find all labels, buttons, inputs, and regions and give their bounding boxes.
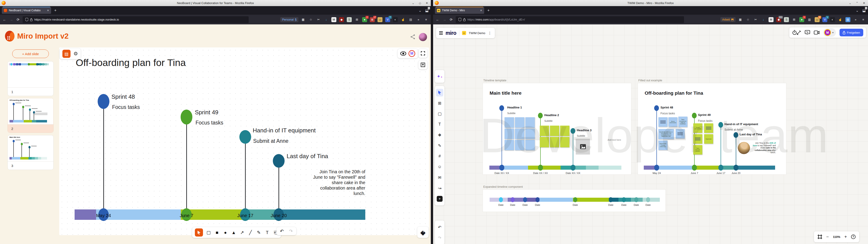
timeline-bar-dot[interactable] — [538, 165, 543, 171]
milestone-title[interactable]: Sprint 48 — [660, 106, 673, 109]
undo-button[interactable]: ↶ — [279, 228, 285, 234]
tab-overflow-chevron-icon[interactable]: ⌄ — [856, 8, 859, 13]
headline-2[interactable]: Headline 2 — [544, 114, 559, 117]
sticky-note[interactable] — [550, 126, 559, 136]
notes-page-icon[interactable]: ▤ — [408, 17, 413, 22]
timeline-bar-dot[interactable] — [654, 165, 659, 171]
frame-label[interactable]: Timeline template — [483, 79, 506, 82]
comment-tool[interactable]: ✉ — [436, 172, 444, 183]
sticky-note[interactable] — [525, 117, 535, 128]
zoom-in-button[interactable]: + — [844, 234, 847, 240]
timeline-date-label[interactable]: Date — [522, 204, 528, 206]
tab-overflow-chevron-icon[interactable]: ⌄ — [418, 8, 421, 13]
fit-to-frame-icon[interactable] — [817, 235, 822, 239]
extensions-grid-icon[interactable]: ▦ — [301, 17, 306, 22]
rect-tool[interactable]: ■ — [214, 230, 220, 235]
add-slide-button[interactable]: + Add slide — [12, 50, 49, 58]
notes-page-icon[interactable]: ▤ — [845, 17, 850, 22]
milestone-dot-lastday[interactable] — [273, 154, 285, 167]
share-icon[interactable] — [410, 34, 416, 40]
timeline-date-label[interactable]: Date — [645, 204, 651, 206]
url-bar[interactable]: https://matrix-neoboard-standalone.neoto… — [23, 16, 249, 23]
minimize-button[interactable]: ⌄ — [849, 1, 851, 5]
template-dot-2[interactable] — [538, 113, 543, 118]
timeline-date-label[interactable]: Date XX / XX — [495, 172, 509, 175]
toolbar-overflow-icon[interactable]: » — [853, 17, 858, 22]
sticky-note[interactable] — [676, 129, 685, 139]
sticky-note[interactable] — [540, 126, 549, 136]
tab-neoboard[interactable]: NeoBoard | Visual Collabo ✕ — [2, 7, 51, 14]
shapes-tool[interactable]: ❖ — [436, 130, 444, 140]
thumb-up-icon[interactable]: ☝ — [401, 17, 405, 22]
miro-logo[interactable]: miro — [445, 30, 456, 36]
board-name[interactable]: TWIM Demo — [469, 31, 485, 35]
zoom-level[interactable]: 110% — [833, 235, 840, 239]
milestone-dot-sprint49[interactable] — [181, 110, 192, 124]
timeline-date-label[interactable]: May 24 — [653, 172, 661, 175]
eye-icon[interactable] — [400, 52, 406, 56]
share-button[interactable]: Freigeben — [839, 29, 864, 36]
milestone-title[interactable]: Sprint 48 — [112, 93, 135, 100]
monica-m-icon[interactable]: M — [769, 17, 774, 22]
timeline-date-label[interactable]: Date XX / XX — [533, 172, 548, 175]
sticky-note[interactable]: Support PO in sprint refinement — [658, 141, 668, 150]
sticky-note-tool[interactable]: ▢ — [436, 109, 444, 119]
timeline-date-label[interactable]: June 20 — [732, 172, 740, 175]
slide-thumbnail-3[interactable]: Main title here 3 — [7, 135, 54, 170]
text-tool[interactable]: T — [436, 119, 444, 130]
frame-timeline-template[interactable]: Timeline template Main title here Headli… — [483, 83, 631, 175]
timeline-bar-dot[interactable] — [718, 165, 723, 171]
window-titlebar[interactable]: NeoBoard | Visual Collaboration for Team… — [0, 0, 431, 6]
timeline-bar-dot[interactable] — [634, 197, 638, 202]
tracking-shield-icon[interactable] — [458, 18, 461, 21]
ai-assist-icon[interactable]: ✦✦ — [436, 72, 444, 81]
stickers-tool[interactable]: ☺ — [436, 161, 444, 172]
tab-miro[interactable]: m TWIM Demo - Miro ✕ — [435, 7, 484, 14]
help-button[interactable]: ◆? — [417, 226, 429, 238]
tabby-cat-icon[interactable]: ω — [377, 17, 382, 22]
frame-filled-example[interactable]: Filled out example Off-boarding plan for… — [638, 83, 786, 175]
new-tab-button[interactable]: + — [487, 8, 490, 13]
timeline-date-label[interactable]: May 24 — [96, 213, 111, 218]
slide-thumbnail-1[interactable]: 1 — [7, 61, 54, 96]
dark-reader-icon[interactable]: ◐ — [830, 17, 835, 22]
timeline-bar-dot[interactable] — [692, 165, 697, 171]
milestone-dot-sprint48[interactable] — [98, 94, 110, 109]
presence-avatar[interactable]: M — [408, 50, 415, 57]
tab-close-icon[interactable]: ✕ — [480, 9, 482, 12]
add-more-tool[interactable]: + — [436, 193, 444, 204]
window-titlebar[interactable]: TWIM Demo - Miro - Mozilla Firefox ⌄ ⌃ ✕ — [433, 0, 868, 6]
fullscreen-button[interactable] — [418, 49, 428, 58]
tab-close-icon[interactable]: ✕ — [47, 9, 49, 12]
timeline-date-label[interactable]: June 7 — [690, 172, 698, 175]
timeline-bar-dot[interactable] — [573, 197, 577, 202]
sticky-note[interactable] — [504, 128, 514, 139]
export-button[interactable] — [418, 60, 428, 69]
minimize-button[interactable]: ⌄ — [412, 1, 414, 5]
milestone-title[interactable]: Hand-in of IT equipment — [253, 127, 315, 134]
addon-grid-plus-icon[interactable]: ⊞ — [354, 17, 360, 22]
timeline-date-label[interactable]: June 7 — [180, 213, 193, 218]
milestone-subtitle[interactable]: Focus tasks — [112, 104, 140, 110]
trash-icon[interactable]: ▥ — [807, 17, 812, 22]
thumb-up-icon[interactable]: ☝ — [838, 17, 843, 22]
timeline-date-label[interactable]: June 20 — [271, 213, 287, 218]
milestone-title[interactable]: Sprint 49 — [698, 113, 711, 117]
board-menu-kebab-icon[interactable]: ⋮ — [488, 31, 492, 35]
pen-tool[interactable]: ✎ — [256, 230, 261, 235]
maximize-button[interactable]: ◇ — [419, 1, 421, 5]
screenshot-scissors-icon[interactable]: ✂ — [316, 17, 321, 22]
slide-thumbnail-2[interactable]: Off-boarding plan for Tina 2 — [7, 98, 54, 133]
subtitle-2[interactable]: Subtitle — [544, 120, 553, 122]
line-tool[interactable]: ╱ — [248, 230, 253, 235]
farewell-note[interactable]: Join Tina on the 20th of June to say "Fa… — [752, 142, 776, 154]
timeline-bar-dot[interactable] — [622, 197, 626, 202]
timeline-bar-dot[interactable] — [609, 197, 613, 202]
frame-label[interactable]: Expanded timeline component — [483, 185, 523, 188]
frame-expanded-timeline[interactable]: Expanded timeline component DateDateDate… — [483, 189, 665, 212]
example-dot-handin[interactable] — [718, 122, 723, 128]
milestone-title[interactable]: Sprint 49 — [195, 109, 218, 116]
add-text-placeholder[interactable]: Add text here — [608, 139, 621, 141]
slide-overview-button[interactable]: ▤ — [62, 50, 70, 58]
tracking-shield-icon[interactable] — [25, 18, 28, 21]
